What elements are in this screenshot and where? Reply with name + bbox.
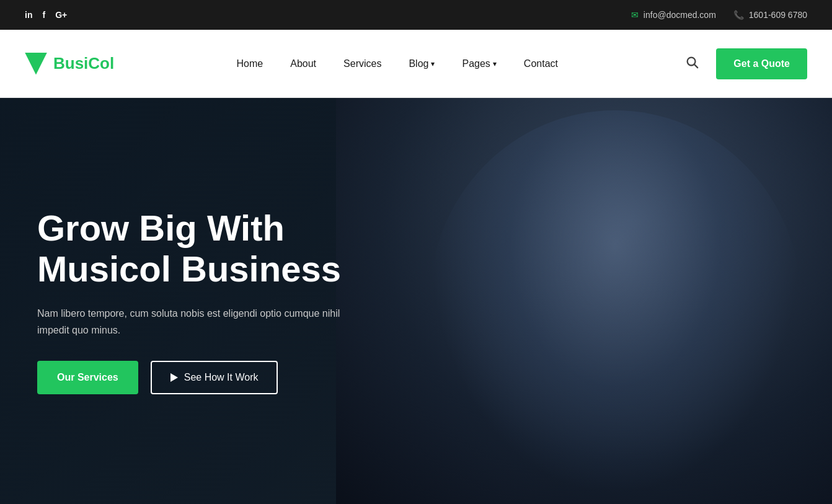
- play-icon: [170, 373, 178, 382]
- top-bar: in f G+ ✉ info@docmed.com 📞 1601-609 678…: [0, 0, 832, 30]
- nav-about[interactable]: About: [279, 30, 327, 98]
- person-silhouette: [429, 110, 801, 495]
- phone-icon: 📞: [733, 10, 744, 20]
- see-how-label: See How It Work: [184, 372, 259, 383]
- main-nav: Home About Services Blog Pages Contact: [226, 30, 569, 98]
- logo-text: BusiCol: [53, 54, 114, 73]
- email-address: info@docmed.com: [644, 10, 716, 20]
- phone-number: 1601-609 6780: [749, 10, 807, 20]
- contact-info: ✉ info@docmed.com 📞 1601-609 6780: [631, 10, 807, 20]
- nav-contact[interactable]: Contact: [513, 30, 569, 98]
- hero-section: Grow Big With Musicol Business Nam liber…: [0, 98, 832, 504]
- logo[interactable]: BusiCol: [25, 53, 114, 75]
- header-actions: Get a Quote: [680, 48, 807, 79]
- nav-blog[interactable]: Blog: [397, 30, 446, 98]
- googleplus-icon[interactable]: G+: [55, 10, 67, 20]
- linkedin-icon[interactable]: in: [25, 10, 32, 20]
- hero-image: [336, 98, 832, 504]
- nav-services[interactable]: Services: [332, 30, 392, 98]
- see-how-it-work-button[interactable]: See How It Work: [151, 361, 278, 394]
- hero-subtitle: Nam libero tempore, cum soluta nobis est…: [37, 305, 372, 338]
- hero-title: Grow Big With Musicol Business: [37, 208, 372, 290]
- our-services-button[interactable]: Our Services: [37, 361, 138, 394]
- search-button[interactable]: [680, 50, 704, 77]
- nav-home[interactable]: Home: [226, 30, 275, 98]
- svg-line-1: [694, 64, 697, 68]
- hero-buttons: Our Services See How It Work: [37, 361, 372, 394]
- main-header: BusiCol Home About Services Blog Pages C…: [0, 30, 832, 98]
- get-quote-button[interactable]: Get a Quote: [716, 48, 807, 79]
- logo-icon: [25, 53, 47, 75]
- phone-contact: 📞 1601-609 6780: [733, 10, 807, 20]
- hero-content: Grow Big With Musicol Business Nam liber…: [0, 208, 372, 395]
- email-contact: ✉ info@docmed.com: [631, 10, 716, 20]
- facebook-icon[interactable]: f: [42, 10, 45, 20]
- social-links: in f G+: [25, 10, 67, 20]
- email-icon: ✉: [631, 10, 639, 20]
- nav-pages[interactable]: Pages: [451, 30, 507, 98]
